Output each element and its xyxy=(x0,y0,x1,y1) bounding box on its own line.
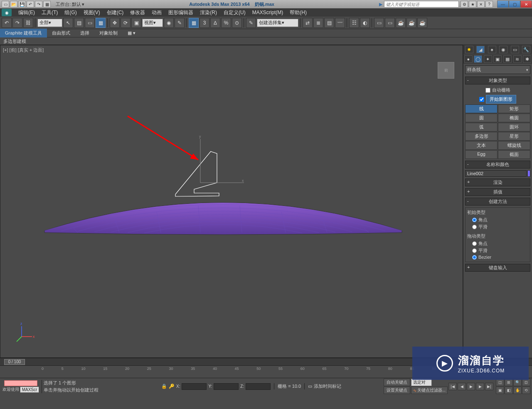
angle-snap-button[interactable]: ∆ xyxy=(210,18,220,28)
cameras-icon[interactable]: ▣ xyxy=(493,55,502,63)
time-slider-thumb[interactable]: 0 / 100 xyxy=(4,359,25,365)
coord-z-input[interactable] xyxy=(246,383,271,390)
menu-animation[interactable]: 动画 xyxy=(148,8,165,17)
viewport-label[interactable]: [+] [前] [真实 + 边面] xyxy=(3,47,44,53)
ribbon-tab-graphite[interactable]: Graphite 建模工具 xyxy=(0,29,47,37)
select-region-rect[interactable]: ▭ xyxy=(85,18,95,28)
viewcube[interactable]: 前 xyxy=(438,62,454,79)
geometry-icon[interactable]: ● xyxy=(464,55,473,63)
key-icon[interactable]: 🔑 xyxy=(169,384,175,389)
maximize-button[interactable]: ▢ xyxy=(509,0,520,8)
close-button[interactable]: ✕ xyxy=(520,0,532,8)
curve-editor-button[interactable]: 〰 xyxy=(335,18,345,28)
app-icon[interactable]: ◉ xyxy=(2,9,12,16)
viewport-front[interactable]: [+] [前] [真实 + 边面] 前 xyxy=(0,45,463,358)
drag-corner-radio[interactable] xyxy=(472,241,477,246)
zoom-extents-button[interactable]: ▣ xyxy=(496,387,504,394)
snap-3d-button[interactable]: 3 xyxy=(200,18,209,28)
auto-grid-checkbox[interactable] xyxy=(485,88,490,93)
menu-views[interactable]: 视图(V) xyxy=(80,8,103,17)
render-frame-button[interactable]: ▭ xyxy=(385,18,395,28)
modify-tab-icon[interactable]: ◢ xyxy=(476,46,485,53)
display-tab-icon[interactable]: ▭ xyxy=(511,46,519,53)
keyboard-shortcut-toggle[interactable]: ▦ xyxy=(189,18,199,28)
ref-coord-dropdown[interactable]: 视图 ▾ xyxy=(142,19,163,27)
maxscript-listener-button[interactable]: MAXScr xyxy=(20,387,39,393)
pivot-button[interactable]: ◉ xyxy=(164,18,174,28)
edit-named-sel-button[interactable]: ✎ xyxy=(246,18,256,28)
init-smooth-radio[interactable] xyxy=(472,225,477,229)
layer-button[interactable]: ▤ xyxy=(324,18,334,28)
menu-create[interactable]: 创建(C) xyxy=(103,8,127,17)
object-color-swatch[interactable] xyxy=(527,170,530,177)
auto-key-button[interactable]: 自动关键点 xyxy=(384,379,410,386)
menu-graph-editors[interactable]: 图形编辑器 xyxy=(165,8,197,17)
material-editor-button[interactable]: ◐ xyxy=(360,18,370,28)
project-icon[interactable]: ▦ xyxy=(43,1,51,7)
render-iterate-button[interactable]: ☕ xyxy=(417,18,427,28)
redo-button[interactable]: ↷ xyxy=(12,18,22,28)
ribbon-tab-paint[interactable]: 对象绘制 xyxy=(94,29,123,37)
select-name-button[interactable]: ▤ xyxy=(74,18,84,28)
rollout-creation-method[interactable]: - 创建方法 xyxy=(465,198,530,206)
shape-arc-button[interactable]: 弧 xyxy=(465,123,498,131)
render-setup-button[interactable]: ▭ xyxy=(374,18,384,28)
new-icon[interactable]: ▭ xyxy=(2,1,9,7)
render-production-button[interactable]: ☕ xyxy=(406,18,416,28)
rollout-object-type[interactable]: - 对象类型 xyxy=(465,77,530,84)
shape-line-button[interactable]: 线 xyxy=(465,104,498,113)
communication-icon[interactable]: ⚙ xyxy=(461,1,468,7)
menu-edit[interactable]: 编辑(E) xyxy=(15,8,38,17)
window-crossing-button[interactable]: ▦ xyxy=(96,18,106,28)
shape-text-button[interactable]: 文本 xyxy=(465,141,498,150)
lights-icon[interactable]: ✦ xyxy=(484,55,492,63)
open-icon[interactable]: 📂 xyxy=(10,1,17,7)
create-tab-icon[interactable]: ✹ xyxy=(465,46,473,53)
link-button[interactable]: ⛓ xyxy=(23,18,33,28)
menu-tools[interactable]: 工具(T) xyxy=(38,8,61,17)
goto-end-button[interactable]: ▶| xyxy=(485,383,493,390)
shape-ngon-button[interactable]: 多边形 xyxy=(465,132,498,141)
play-button[interactable]: ▶ xyxy=(467,383,475,390)
time-tag-icon[interactable]: ▭ xyxy=(308,384,312,389)
start-new-shape-button[interactable]: 开始新图形 xyxy=(486,95,516,104)
lock-icon[interactable]: 🔒 xyxy=(161,384,167,389)
drag-bezier-radio[interactable] xyxy=(472,255,477,260)
undo-button[interactable]: ↶ xyxy=(2,18,12,28)
goto-start-button[interactable]: |◀ xyxy=(448,383,457,390)
named-selection-dropdown[interactable]: 创建选择集 ▾ xyxy=(257,19,298,27)
shape-donut-button[interactable]: 圆环 xyxy=(498,123,530,131)
spinner-snap-button[interactable]: ⊙ xyxy=(232,18,242,28)
scale-button[interactable]: ▣ xyxy=(131,18,141,28)
minimize-button[interactable]: — xyxy=(497,0,509,8)
rotate-button[interactable]: ⟳ xyxy=(121,18,131,28)
rollout-name-color[interactable]: - 名称和颜色 xyxy=(465,161,530,169)
shape-egg-button[interactable]: Egg xyxy=(465,150,498,159)
start-new-checkbox[interactable] xyxy=(479,97,484,102)
menu-rendering[interactable]: 渲染(R) xyxy=(197,8,220,17)
selection-filter-dropdown[interactable]: 全部 ▾ xyxy=(37,19,62,27)
coord-y-input[interactable] xyxy=(214,383,239,390)
shape-helix-button[interactable]: 螺旋线 xyxy=(498,141,530,150)
spacewarps-icon[interactable]: ≋ xyxy=(513,55,522,63)
script-listener-mini[interactable] xyxy=(4,380,37,386)
mirror-button[interactable]: ⇄ xyxy=(303,18,313,28)
menu-modifiers[interactable]: 修改器 xyxy=(127,8,148,17)
set-key-button[interactable]: 设置关键点 xyxy=(384,387,410,394)
motion-tab-icon[interactable]: ◉ xyxy=(499,46,507,53)
workspace-selector[interactable]: 工作台: 默认 ▾ xyxy=(56,1,84,7)
move-button[interactable]: ✥ xyxy=(110,18,120,28)
shape-rectangle-button[interactable]: 矩形 xyxy=(498,104,530,113)
menu-maxscript[interactable]: MAXScript(M) xyxy=(249,9,287,16)
save-icon[interactable]: 💾 xyxy=(18,1,26,7)
redo-icon[interactable]: ↷ xyxy=(35,1,42,7)
object-name-input[interactable] xyxy=(465,170,527,177)
pan-button[interactable]: ✋ xyxy=(513,387,522,394)
menu-customize[interactable]: 自定义(U) xyxy=(220,8,249,17)
fov-button[interactable]: ◧ xyxy=(505,387,513,394)
rollout-interpolation[interactable]: + 插值 xyxy=(465,188,530,196)
shape-category-dropdown[interactable]: 样条线 xyxy=(465,65,530,74)
align-button[interactable]: ≣ xyxy=(313,18,323,28)
shapes-icon[interactable]: ◯ xyxy=(474,55,482,63)
undo-icon[interactable]: ↶ xyxy=(27,1,34,7)
